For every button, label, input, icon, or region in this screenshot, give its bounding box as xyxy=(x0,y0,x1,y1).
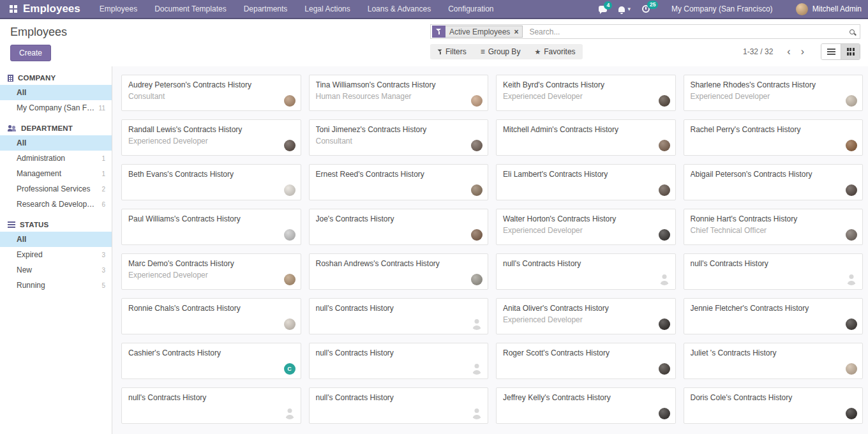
search-bar: Active Employees × xyxy=(430,24,860,39)
sidebar-item[interactable]: Research & Development6 xyxy=(0,197,112,212)
kanban-card[interactable]: Eli Lambert's Contracts History xyxy=(496,164,676,200)
sidebar-item[interactable]: Expired3 xyxy=(0,247,112,262)
sidebar-item[interactable]: Management1 xyxy=(0,166,112,181)
kanban-card[interactable]: null's Contracts History xyxy=(121,387,301,424)
kanban-card[interactable]: null's Contracts History xyxy=(496,253,676,290)
kanban-card[interactable]: Randall Lewis's Contracts HistoryExperie… xyxy=(121,119,301,156)
top-menu-item[interactable]: Employees xyxy=(100,4,137,13)
card-subtitle: Consultant xyxy=(316,137,482,146)
sidebar-section-header: STATUS xyxy=(0,221,112,232)
company-switcher[interactable]: My Company (San Francisco) xyxy=(671,4,773,13)
kanban-card[interactable]: Roger Scott's Contracts History xyxy=(496,343,676,379)
facet-remove-icon[interactable]: × xyxy=(514,28,518,36)
sidebar-item[interactable]: All xyxy=(0,85,112,100)
kanban-card[interactable]: Abigail Peterson's Contracts History xyxy=(684,164,864,200)
search-input[interactable] xyxy=(525,27,849,36)
top-menu-item[interactable]: Loans & Advances xyxy=(368,4,431,13)
app-brand[interactable]: Employees xyxy=(23,3,80,15)
kanban-card[interactable]: Sharlene Rhodes's Contracts HistoryExper… xyxy=(684,75,864,111)
kanban-card[interactable]: Paul Williams's Contracts History xyxy=(121,209,301,245)
card-subtitle: Human Resources Manager xyxy=(316,92,482,101)
top-menu-item[interactable]: Departments xyxy=(244,4,288,13)
employee-avatar xyxy=(659,318,670,330)
kanban-card[interactable]: null's Contracts History xyxy=(684,253,864,290)
sidebar-item[interactable]: New3 xyxy=(0,262,112,278)
employee-avatar xyxy=(471,95,483,107)
kanban-card[interactable]: Beth Evans's Contracts History xyxy=(121,164,301,200)
sidebar-item[interactable]: My Company (San Fran...11 xyxy=(0,100,112,116)
card-title: Marc Demo's Contracts History xyxy=(128,259,294,268)
card-subtitle: Experienced Developer xyxy=(503,315,669,324)
top-menu-item[interactable]: Configuration xyxy=(448,4,493,13)
sidebar-item-label: Administration xyxy=(17,154,98,163)
kanban-card[interactable]: Jennie Fletcher's Contracts History xyxy=(684,298,864,334)
kanban-card[interactable]: Rachel Perry's Contracts History xyxy=(684,119,864,156)
kanban-card[interactable]: Walter Horton's Contracts HistoryExperie… xyxy=(496,209,676,245)
kanban-card[interactable]: Jeffrey Kelly's Contracts History xyxy=(496,387,676,424)
employee-avatar xyxy=(284,184,296,196)
sidebar-item[interactable]: Running5 xyxy=(0,278,112,293)
kanban-card[interactable]: Ronnie Hart's Contracts HistoryChief Tec… xyxy=(684,209,864,245)
filter-funnel-icon xyxy=(432,26,445,38)
kanban-card[interactable]: Tina Williamson's Contracts HistoryHuman… xyxy=(309,75,489,111)
kanban-view-icon xyxy=(847,48,855,56)
favorites-button[interactable]: ★ Favorites xyxy=(527,44,582,59)
kanban-card[interactable]: null's Contracts History xyxy=(309,298,489,334)
list-view-button[interactable] xyxy=(821,44,841,59)
activities-button[interactable]: 25 xyxy=(642,5,650,13)
sidebar-item[interactable]: Administration1 xyxy=(0,151,112,166)
kanban-card[interactable]: null's Contracts History xyxy=(309,387,489,424)
search-facet[interactable]: Active Employees × xyxy=(432,26,523,38)
kanban-card[interactable]: Ernest Reed's Contracts History xyxy=(309,164,489,200)
notifications-button[interactable]: ▾ xyxy=(618,6,631,12)
card-title: Roshan Andrews's Contracts History xyxy=(316,259,482,268)
top-menu-item[interactable]: Document Templates xyxy=(154,4,227,13)
employee-avatar xyxy=(471,318,483,330)
card-subtitle: Experienced Developer xyxy=(503,226,669,235)
card-subtitle: Consultant xyxy=(128,92,294,101)
kanban-card[interactable]: null's Contracts History xyxy=(309,343,489,379)
kanban-card[interactable]: Ronnie Chals's Contracts History xyxy=(121,298,301,334)
group-by-button[interactable]: ≡ Group By xyxy=(474,44,528,59)
sidebar-item-count: 3 xyxy=(101,251,105,258)
kanban-card[interactable]: Keith Byrd's Contracts HistoryExperience… xyxy=(496,75,676,111)
apps-grid-icon[interactable] xyxy=(10,5,17,13)
messages-button[interactable]: 4 xyxy=(599,6,607,12)
kanban-card[interactable]: Mitchell Admin's Contracts History xyxy=(496,119,676,156)
pager-next-button[interactable]: › xyxy=(796,47,809,57)
sidebar-item[interactable]: Professional Services2 xyxy=(0,181,112,197)
kanban-view-button[interactable] xyxy=(841,44,860,59)
card-title: Cashier's Contracts History xyxy=(128,348,294,357)
kanban-card[interactable]: Cashier's Contracts HistoryC xyxy=(121,343,301,379)
card-title: null's Contracts History xyxy=(316,348,482,357)
card-title: null's Contracts History xyxy=(691,259,857,268)
card-subtitle: Experienced Developer xyxy=(128,137,294,146)
user-menu[interactable]: Mitchell Admin xyxy=(796,3,862,15)
employee-avatar xyxy=(659,408,670,419)
kanban-card[interactable]: Toni Jimenez's Contracts HistoryConsulta… xyxy=(309,119,489,156)
filters-button[interactable]: Filters xyxy=(430,44,474,59)
card-title: Sharlene Rhodes's Contracts History xyxy=(691,80,857,89)
employee-avatar xyxy=(846,363,857,375)
top-nav-bar: Employees EmployeesDocument TemplatesDep… xyxy=(0,0,868,19)
control-panel: Employees Create Active Employees × xyxy=(0,19,868,66)
view-switcher xyxy=(821,43,860,60)
kanban-card[interactable]: Doris Cole's Contracts History xyxy=(684,387,864,424)
kanban-card[interactable]: Marc Demo's Contracts HistoryExperienced… xyxy=(121,253,301,290)
card-title: null's Contracts History xyxy=(128,393,294,402)
kanban-card[interactable]: Juliet 's Contracts History xyxy=(684,343,864,379)
kanban-card[interactable]: Anita Oliver's Contracts HistoryExperien… xyxy=(496,298,676,334)
create-button[interactable]: Create xyxy=(10,45,51,61)
employee-avatar xyxy=(659,274,670,285)
sidebar-item-label: New xyxy=(17,266,98,274)
status-icon xyxy=(8,221,15,228)
card-title: null's Contracts History xyxy=(316,304,482,313)
search-icon[interactable] xyxy=(849,29,855,34)
top-menu-item[interactable]: Legal Actions xyxy=(304,4,350,13)
sidebar-item[interactable]: All xyxy=(0,232,112,247)
kanban-card[interactable]: Audrey Peterson's Contracts HistoryConsu… xyxy=(121,75,301,111)
sidebar-item[interactable]: All xyxy=(0,135,112,151)
pager-previous-button[interactable]: ‹ xyxy=(782,47,795,57)
kanban-card[interactable]: Roshan Andrews's Contracts History xyxy=(309,253,489,290)
kanban-card[interactable]: Joe's Contracts History xyxy=(309,209,489,245)
